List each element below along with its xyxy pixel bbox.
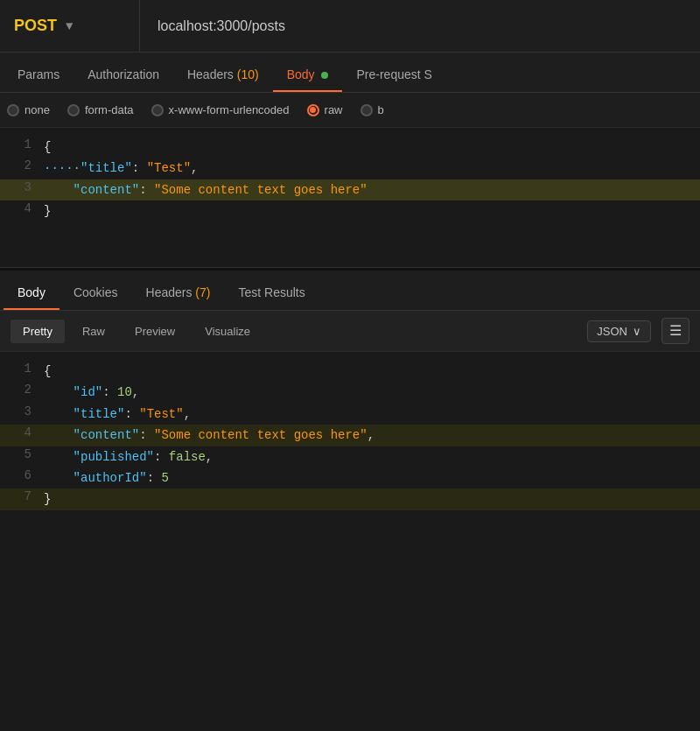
url-input[interactable] — [140, 18, 700, 34]
response-tabs: Body Cookies Headers (7) Test Results — [0, 271, 700, 311]
request-line-1: 1 { — [0, 137, 700, 158]
radio-form-data[interactable]: form-data — [67, 103, 134, 116]
tab-body[interactable]: Body — [273, 59, 343, 92]
radio-urlencoded-circle — [151, 104, 164, 116]
response-body-viewer: 1 { 2 "id": 10, 3 "title": "Test", 4 "co… — [0, 352, 700, 731]
response-line-5: 5 "published": false, — [0, 446, 700, 467]
body-type-row: none form-data x-www-form-urlencoded raw… — [0, 93, 700, 128]
resp-tab-visualize[interactable]: Visualize — [192, 320, 262, 343]
resp-tab-preview[interactable]: Preview — [122, 320, 187, 343]
response-line-3: 3 "title": "Test", — [0, 404, 700, 425]
tab-prerequest[interactable]: Pre-request S — [342, 59, 445, 92]
radio-binary[interactable]: b — [360, 103, 384, 116]
response-line-6: 6 "authorId": 5 — [0, 467, 700, 489]
tab-headers[interactable]: Headers (10) — [173, 59, 273, 92]
response-tab-cookies[interactable]: Cookies — [60, 277, 132, 310]
method-selector[interactable]: POST ▼ — [0, 0, 140, 52]
tab-params[interactable]: Params — [4, 59, 74, 92]
response-tab-body[interactable]: Body — [4, 277, 60, 310]
response-tab-test-results[interactable]: Test Results — [224, 277, 318, 310]
radio-binary-circle — [360, 104, 373, 116]
format-selector[interactable]: JSON ∨ — [587, 320, 651, 342]
radio-none[interactable]: none — [7, 103, 50, 116]
response-line-7: 7 } — [0, 489, 700, 510]
tab-authorization[interactable]: Authorization — [74, 59, 173, 92]
body-dot-indicator — [321, 72, 328, 79]
radio-none-circle — [7, 104, 19, 116]
request-tabs: Params Authorization Headers (10) Body P… — [0, 53, 700, 93]
response-line-2: 2 "id": 10, — [0, 382, 700, 403]
method-chevron-icon: ▼ — [66, 19, 73, 33]
radio-raw[interactable]: raw — [307, 103, 343, 116]
response-line-1: 1 { — [0, 361, 700, 382]
request-line-4: 4 } — [0, 200, 700, 221]
format-chevron-icon: ∨ — [633, 325, 641, 338]
radio-form-data-circle — [67, 104, 80, 116]
wrap-button[interactable]: ☰ — [662, 318, 690, 344]
radio-urlencoded[interactable]: x-www-form-urlencoded — [151, 103, 290, 116]
response-toolbar: Pretty Raw Preview Visualize JSON ∨ ☰ — [0, 311, 700, 352]
wrap-icon: ☰ — [669, 322, 682, 340]
resp-tab-raw[interactable]: Raw — [70, 320, 117, 343]
request-body-editor[interactable]: 1 { 2 ·····"title": "Test", 3 "content":… — [0, 128, 700, 268]
resp-tab-pretty[interactable]: Pretty — [10, 320, 65, 343]
response-tab-headers[interactable]: Headers (7) — [132, 277, 225, 310]
url-bar: POST ▼ — [0, 0, 700, 53]
request-line-2: 2 ·····"title": "Test", — [0, 158, 700, 179]
response-line-4: 4 "content": "Some content text goes her… — [0, 425, 700, 446]
request-line-3: 3 "content": "Some content text goes her… — [0, 179, 700, 200]
method-label: POST — [14, 17, 57, 35]
radio-raw-circle — [307, 104, 319, 116]
